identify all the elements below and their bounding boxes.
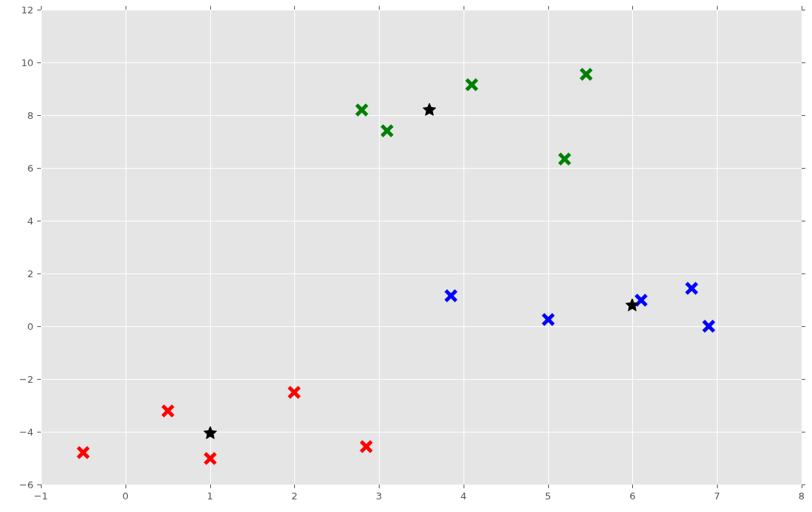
svg-line-17 xyxy=(686,283,697,294)
figure: −1012345678−6−4−2024681012 xyxy=(0,0,812,512)
x-gridline xyxy=(126,10,126,485)
data-point-x-icon xyxy=(75,444,91,461)
data-point-x-icon xyxy=(358,438,374,455)
svg-line-16 xyxy=(686,283,697,294)
y-tick xyxy=(37,221,41,221)
x-tick-label: 5 xyxy=(545,490,551,502)
y-tick-label: −2 xyxy=(19,374,33,385)
data-point-x-icon xyxy=(633,292,649,308)
x-tick-label: 3 xyxy=(376,490,382,502)
y-tick xyxy=(802,62,805,63)
data-point-x-icon xyxy=(578,66,594,82)
x-tick xyxy=(210,6,211,10)
svg-line-29 xyxy=(361,441,371,452)
svg-line-3 xyxy=(382,126,392,136)
x-gridline xyxy=(717,10,718,485)
svg-line-1 xyxy=(357,105,367,115)
x-tick xyxy=(379,485,380,488)
x-tick xyxy=(548,6,549,10)
y-gridline xyxy=(41,168,802,169)
x-tick xyxy=(294,485,295,488)
x-gridline xyxy=(294,10,295,485)
x-gridline xyxy=(379,10,380,485)
y-gridline xyxy=(41,379,802,380)
data-point-x-icon xyxy=(683,280,700,296)
y-tick xyxy=(802,379,805,380)
y-tick xyxy=(37,62,41,63)
y-gridline xyxy=(41,62,802,63)
y-gridline xyxy=(41,432,802,432)
svg-line-6 xyxy=(559,154,570,164)
svg-line-20 xyxy=(78,447,88,458)
svg-line-21 xyxy=(78,447,88,458)
svg-line-8 xyxy=(581,69,591,80)
y-gridline xyxy=(41,10,802,10)
y-tick xyxy=(802,326,805,327)
y-tick xyxy=(37,432,41,432)
y-tick-label: 0 xyxy=(27,321,33,332)
x-tick-label: 7 xyxy=(714,490,720,502)
x-tick-label: 2 xyxy=(291,490,297,502)
x-gridline xyxy=(41,10,42,485)
x-tick xyxy=(294,6,295,10)
svg-line-23 xyxy=(163,406,173,416)
x-tick xyxy=(126,6,126,10)
x-tick xyxy=(464,6,464,10)
x-tick xyxy=(632,6,633,10)
y-tick xyxy=(37,273,41,274)
data-point-x-icon xyxy=(556,151,573,167)
y-tick xyxy=(37,115,41,116)
y-tick xyxy=(802,10,805,10)
x-tick xyxy=(548,485,549,488)
x-gridline xyxy=(632,10,633,485)
x-tick xyxy=(717,485,718,488)
data-point-x-icon xyxy=(160,403,176,419)
y-tick xyxy=(37,485,41,485)
svg-line-15 xyxy=(636,295,646,305)
x-tick xyxy=(379,6,380,10)
y-tick-label: −4 xyxy=(19,427,33,438)
x-tick xyxy=(717,6,718,10)
x-gridline xyxy=(548,10,549,485)
plot-area xyxy=(41,10,802,485)
x-gridline xyxy=(464,10,464,485)
svg-line-7 xyxy=(559,154,570,164)
y-tick xyxy=(37,10,41,10)
y-tick-label: 6 xyxy=(27,163,33,174)
y-tick-label: 2 xyxy=(27,268,33,279)
x-gridline xyxy=(802,10,802,485)
svg-line-10 xyxy=(446,291,456,301)
data-point-x-icon xyxy=(443,288,459,304)
y-tick-label: 8 xyxy=(27,110,33,121)
y-tick xyxy=(802,485,805,485)
x-tick-label: 8 xyxy=(799,490,805,502)
y-gridline xyxy=(41,115,802,116)
svg-line-11 xyxy=(446,291,456,301)
x-tick xyxy=(126,485,126,488)
y-tick xyxy=(37,168,41,169)
svg-line-22 xyxy=(163,406,173,416)
y-tick xyxy=(802,432,805,432)
y-gridline xyxy=(41,485,802,485)
y-tick xyxy=(802,273,805,274)
y-tick xyxy=(37,326,41,327)
x-tick-label: 0 xyxy=(123,490,129,502)
y-tick-label: −6 xyxy=(19,479,33,490)
y-gridline xyxy=(41,221,802,221)
y-tick-label: 12 xyxy=(21,4,33,16)
y-gridline xyxy=(41,273,802,274)
y-tick xyxy=(802,115,805,116)
svg-line-9 xyxy=(581,69,591,80)
x-tick-label: 4 xyxy=(461,490,467,502)
svg-line-5 xyxy=(467,80,477,90)
svg-line-2 xyxy=(382,126,392,136)
y-gridline xyxy=(41,326,802,327)
svg-line-4 xyxy=(467,80,477,90)
data-point-x-icon xyxy=(379,123,395,139)
y-tick-label: 4 xyxy=(27,216,33,227)
data-point-x-icon xyxy=(464,77,480,93)
svg-line-0 xyxy=(357,105,367,115)
y-tick-label: 10 xyxy=(21,57,33,68)
x-tick-label: 6 xyxy=(629,490,635,502)
x-tick xyxy=(41,485,42,488)
